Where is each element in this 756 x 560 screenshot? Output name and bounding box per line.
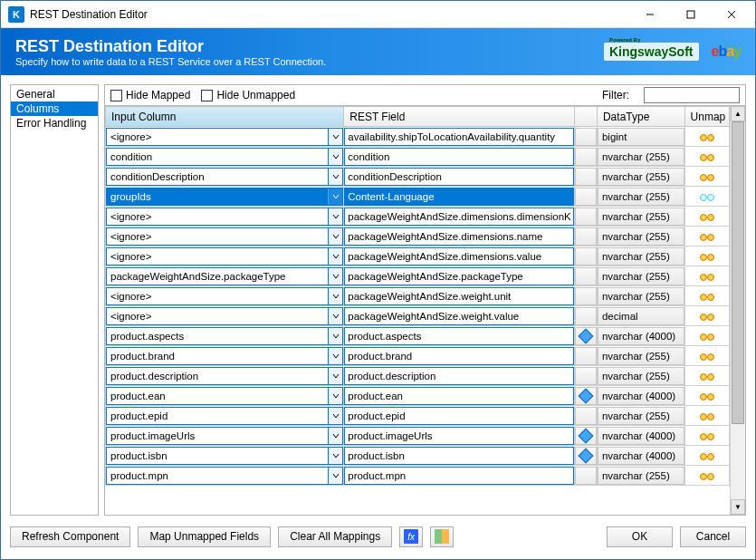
input-column-dropdown[interactable]: conditionDescription [106,168,343,186]
table-row[interactable]: conditionconditionnvarchar (255) [106,147,730,167]
unmap-button[interactable] [685,347,729,365]
unmap-button[interactable] [685,267,729,285]
rest-field-cell[interactable]: conditionDescription [344,168,574,186]
input-column-dropdown[interactable]: <ignore> [106,128,343,146]
col-header-icon[interactable] [575,107,598,127]
ok-button[interactable]: OK [607,526,673,547]
rest-field-cell[interactable]: product.epid [344,407,574,425]
rest-field-cell[interactable]: packageWeightAndSize.weight.value [344,307,574,325]
chevron-down-icon[interactable] [328,388,342,404]
rest-field-cell[interactable]: packageWeightAndSize.packageType [344,267,574,285]
input-column-dropdown[interactable]: groupIds [106,188,343,206]
table-row[interactable]: product.mpnproduct.mpnnvarchar (255) [106,466,730,486]
input-column-dropdown[interactable]: product.epid [106,407,343,425]
table-row[interactable]: packageWeightAndSize.packageTypepackageW… [106,266,730,286]
chevron-down-icon[interactable] [328,468,342,484]
table-row[interactable]: product.eanproduct.eannvarchar (4000) [106,386,730,406]
chevron-down-icon[interactable] [328,169,342,185]
chevron-down-icon[interactable] [328,328,342,344]
hide-unmapped-checkbox[interactable]: Hide Unmapped [201,89,295,101]
table-row[interactable]: <ignore>packageWeightAndSize.dimensions.… [106,246,730,266]
chevron-down-icon[interactable] [328,208,342,225]
chevron-down-icon[interactable] [328,268,342,285]
input-column-dropdown[interactable]: <ignore> [106,208,343,226]
rest-field-cell[interactable]: product.brand [344,347,574,365]
table-row[interactable]: <ignore>packageWeightAndSize.dimensions.… [106,227,730,246]
table-row[interactable]: conditionDescriptionconditionDescription… [106,167,730,187]
vertical-scrollbar[interactable]: ▲ ▼ [730,106,745,515]
input-column-dropdown[interactable]: product.aspects [106,327,343,345]
rest-field-cell[interactable]: product.isbn [344,447,574,465]
input-column-dropdown[interactable]: product.brand [106,347,343,365]
input-column-dropdown[interactable]: product.imageUrls [106,427,343,445]
filter-input[interactable] [644,87,740,103]
chevron-down-icon[interactable] [328,129,342,145]
unmap-button[interactable] [685,467,729,485]
chevron-down-icon[interactable] [328,368,342,384]
scroll-down-button[interactable]: ▼ [731,499,745,515]
table-row[interactable]: product.epidproduct.epidnvarchar (255) [106,406,730,426]
input-column-dropdown[interactable]: <ignore> [106,307,343,325]
expression-button[interactable]: fx [399,526,423,547]
col-header-input[interactable]: Input Column [106,107,344,127]
table-row[interactable]: product.imageUrlsproduct.imageUrlsnvarch… [106,426,730,446]
unmap-button[interactable] [685,387,729,405]
rest-field-cell[interactable]: packageWeightAndSize.dimensions.value [344,247,574,266]
col-header-rest[interactable]: REST Field [344,107,575,127]
unmap-button[interactable] [685,407,729,425]
close-button[interactable] [711,2,751,27]
unmap-button[interactable] [685,327,729,345]
rest-field-cell[interactable]: availability.shipToLocationAvailability.… [344,128,574,146]
table-row[interactable]: product.descriptionproduct.descriptionnv… [106,366,730,386]
unmap-button[interactable] [685,307,729,325]
chevron-down-icon[interactable] [328,288,342,304]
input-column-dropdown[interactable]: product.ean [106,387,343,405]
rest-field-cell[interactable]: Content-Language [344,188,574,206]
hide-mapped-checkbox[interactable]: Hide Mapped [110,89,190,101]
refresh-component-button[interactable]: Refresh Component [10,526,130,547]
table-row[interactable]: <ignore>packageWeightAndSize.weight.unit… [106,286,730,306]
unmap-button[interactable] [685,247,729,266]
table-row[interactable]: product.brandproduct.brandnvarchar (255) [106,346,730,366]
rest-field-cell[interactable]: product.imageUrls [344,427,574,445]
minimize-button[interactable] [629,2,670,27]
unmap-button[interactable] [685,148,729,166]
rest-field-cell[interactable]: packageWeightAndSize.dimensions.name [344,227,574,246]
sidebar-item-columns[interactable]: Columns [11,101,98,116]
input-column-dropdown[interactable]: packageWeightAndSize.packageType [106,267,343,285]
map-unmapped-fields-button[interactable]: Map Unmapped Fields [138,526,271,547]
col-header-unmap[interactable]: Unmap [684,107,729,127]
unmap-button[interactable] [685,427,729,445]
chevron-down-icon[interactable] [328,308,342,324]
maximize-button[interactable] [670,2,711,27]
cancel-button[interactable]: Cancel [680,526,746,547]
table-row[interactable]: product.isbnproduct.isbnnvarchar (4000) [106,446,730,466]
unmap-button[interactable] [685,188,729,206]
unmap-button[interactable] [685,227,729,246]
input-column-dropdown[interactable]: condition [106,148,343,166]
table-row[interactable]: groupIdsContent-Languagenvarchar (255) [106,187,730,207]
scroll-thumb[interactable] [732,121,744,424]
sidebar-item-error-handling[interactable]: Error Handling [11,116,98,130]
sidebar-item-general[interactable]: General [11,87,98,101]
clear-all-mappings-button[interactable]: Clear All Mappings [278,526,392,547]
input-column-dropdown[interactable]: <ignore> [106,287,343,305]
rest-field-cell[interactable]: product.aspects [344,327,574,345]
input-column-dropdown[interactable]: <ignore> [106,247,343,266]
col-header-datatype[interactable]: DataType [597,107,684,127]
table-row[interactable]: <ignore>availability.shipToLocationAvail… [106,127,730,147]
chevron-down-icon[interactable] [328,448,342,464]
rest-field-cell[interactable]: product.description [344,367,574,385]
chevron-down-icon[interactable] [328,149,342,165]
scroll-up-button[interactable]: ▲ [731,106,745,121]
table-row[interactable]: product.aspectsproduct.aspectsnvarchar (… [106,326,730,346]
unmap-button[interactable] [685,287,729,305]
unmap-button[interactable] [685,367,729,385]
unmap-button[interactable] [685,168,729,186]
columns-button[interactable] [430,526,454,547]
unmap-button[interactable] [685,128,729,146]
chevron-down-icon[interactable] [328,188,342,205]
chevron-down-icon[interactable] [328,248,342,265]
table-row[interactable]: <ignore>packageWeightAndSize.weight.valu… [106,306,730,326]
rest-field-cell[interactable]: packageWeightAndSize.weight.unit [344,287,574,305]
